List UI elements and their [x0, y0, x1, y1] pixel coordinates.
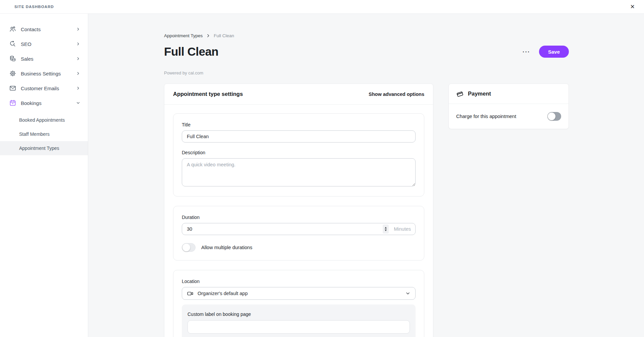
breadcrumb-current: Full Clean: [214, 33, 234, 38]
description-field-label: Description: [182, 150, 416, 155]
payment-card-title: Payment: [468, 91, 491, 97]
main-content: Appointment Types Full Clean Full Clean …: [88, 14, 644, 337]
sidebar-item-label: Contacts: [21, 26, 41, 32]
location-selected-value: Organizer's default app: [198, 291, 248, 296]
chevron-down-icon: [76, 101, 80, 105]
multiple-durations-label: Allow multiple durations: [201, 245, 252, 250]
title-row: Full Clean ··· Save: [164, 45, 569, 58]
chevron-right-icon: [76, 42, 80, 46]
envelope-icon: [9, 85, 16, 92]
breadcrumb-appointment-types[interactable]: Appointment Types: [164, 33, 203, 38]
sidebar-item-bookings[interactable]: Bookings: [0, 96, 88, 110]
location-field-label: Location: [182, 279, 416, 284]
stepper-down-icon[interactable]: [385, 230, 387, 231]
sidebar-item-booked-appointments[interactable]: Booked Appointments: [0, 113, 88, 127]
powered-by-text: Powered by cal.com: [164, 70, 569, 75]
multiple-durations-toggle[interactable]: [182, 243, 196, 252]
sidebar-item-label: Bookings: [21, 100, 42, 106]
gear-icon: [9, 70, 16, 77]
breadcrumb: Appointment Types Full Clean: [164, 33, 569, 38]
sidebar-item-seo[interactable]: SEO: [0, 37, 88, 51]
chevron-right-icon: [76, 56, 80, 61]
settings-card-header: Appointment type settings Show advanced …: [164, 84, 433, 105]
payment-card: Payment Charge for this appointment: [448, 83, 569, 129]
sidebar-item-appointment-types[interactable]: Appointment Types: [0, 141, 88, 155]
people-icon: [9, 25, 16, 33]
duration-field-label: Duration: [182, 215, 416, 220]
sidebar-item-label: Customer Emails: [21, 86, 59, 91]
sidebar-item-customer-emails[interactable]: Customer Emails: [0, 81, 88, 96]
location-select[interactable]: Organizer's default app: [182, 287, 416, 300]
bookings-submenu: Booked Appointments Staff Members Appoin…: [0, 113, 88, 155]
coins-icon: [9, 55, 16, 62]
location-section: Location Organizer's default app: [173, 270, 424, 337]
custom-label-input[interactable]: [187, 320, 410, 334]
duration-stepper[interactable]: [383, 225, 389, 234]
close-icon[interactable]: ×: [630, 3, 635, 10]
toggle-knob: [548, 113, 555, 120]
sidebar-item-sales[interactable]: Sales: [0, 51, 88, 66]
chevron-right-icon: [76, 27, 80, 32]
sidebar-item-staff-members[interactable]: Staff Members: [0, 127, 88, 141]
appointment-settings-card: Appointment type settings Show advanced …: [164, 83, 433, 337]
chevron-right-icon: [76, 71, 80, 76]
chevron-down-icon: [405, 291, 411, 296]
custom-label-panel: Custom label on booking page: [182, 304, 416, 337]
payment-card-body: Charge for this appointment: [449, 104, 569, 129]
more-options-button[interactable]: ···: [523, 49, 530, 55]
charge-appointment-toggle[interactable]: [547, 112, 561, 121]
custom-label-field-label: Custom label on booking page: [187, 312, 410, 317]
toggle-knob: [182, 244, 190, 251]
credit-card-icon: [456, 90, 464, 98]
sidebar: Contacts SEO: [0, 14, 88, 337]
sidebar-subitem-label: Booked Appointments: [19, 117, 65, 123]
description-textarea[interactable]: [182, 158, 416, 186]
payment-card-header: Payment: [449, 84, 569, 104]
sidebar-item-business-settings[interactable]: Business Settings: [0, 66, 88, 81]
sidebar-item-label: SEO: [21, 41, 32, 47]
show-advanced-options-link[interactable]: Show advanced options: [369, 92, 424, 97]
sidebar-item-label: Business Settings: [21, 71, 61, 76]
title-input[interactable]: [182, 130, 416, 143]
chevron-right-icon: [76, 86, 80, 91]
topbar: SITE DASHBOARD ×: [0, 0, 644, 14]
site-dashboard-title: SITE DASHBOARD: [14, 5, 54, 9]
breadcrumb-chevron-icon: [206, 34, 210, 38]
save-button[interactable]: Save: [539, 46, 569, 58]
calendar-icon: [9, 99, 16, 107]
seo-search-icon: [9, 40, 16, 48]
title-field-label: Title: [182, 122, 416, 127]
sidebar-subitem-label: Staff Members: [19, 131, 50, 137]
duration-input[interactable]: [182, 223, 416, 235]
video-camera-icon: [187, 290, 194, 297]
sidebar-item-contacts[interactable]: Contacts: [0, 22, 88, 37]
duration-section: Duration Minutes: [173, 206, 424, 261]
page-title: Full Clean: [164, 45, 218, 58]
sidebar-subitem-label: Appointment Types: [19, 146, 59, 151]
title-description-section: Title Description: [173, 113, 424, 196]
stepper-up-icon[interactable]: [385, 227, 387, 229]
charge-appointment-label: Charge for this appointment: [456, 114, 516, 119]
settings-card-title: Appointment type settings: [173, 91, 243, 97]
sidebar-item-label: Sales: [21, 56, 34, 62]
